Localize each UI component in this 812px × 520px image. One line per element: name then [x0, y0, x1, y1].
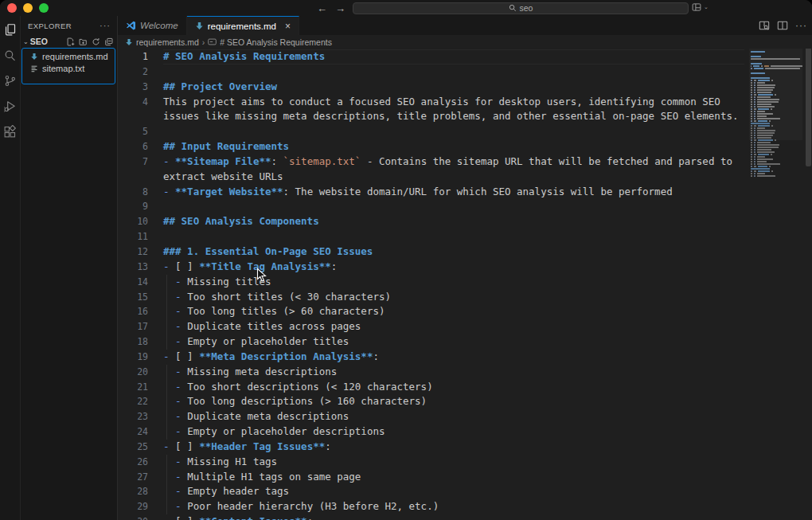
code-row[interactable]: 10## SEO Analysis Components	[118, 214, 744, 229]
code-row[interactable]: 4This project aims to conduct a focused …	[118, 95, 744, 125]
code-row[interactable]: 9	[118, 199, 744, 214]
line-number[interactable]: 19	[118, 350, 148, 365]
code-row[interactable]: 3## Project Overview	[118, 80, 744, 95]
search-sidebar-icon[interactable]	[3, 49, 17, 62]
line-number[interactable]: 8	[118, 185, 148, 200]
more-actions-icon[interactable]: ···	[795, 20, 807, 31]
line-number[interactable]: 26	[118, 455, 148, 470]
breadcrumb-file[interactable]: requirements.md	[136, 37, 199, 47]
code-line[interactable]: ## Input Requirements	[163, 139, 744, 154]
code-line[interactable]: ## SEO Analysis Components	[163, 214, 744, 229]
code-line[interactable]: - Too long titles (> 60 characters)	[163, 304, 744, 319]
line-number[interactable]: 7	[118, 154, 148, 185]
line-number[interactable]: 25	[118, 440, 148, 455]
minimap[interactable]	[749, 49, 802, 178]
code-line[interactable]: - Empty or placeholder descriptions	[163, 424, 744, 440]
line-number[interactable]: 28	[118, 484, 148, 499]
code-line[interactable]: - Missing H1 tags	[163, 455, 744, 470]
line-number[interactable]: 3	[118, 80, 148, 95]
line-number[interactable]: 20	[118, 365, 148, 380]
line-number[interactable]: 18	[118, 334, 148, 350]
folder-section-header[interactable]: ⌄ SEO	[21, 35, 117, 48]
line-number[interactable]: 1	[118, 49, 148, 65]
line-number[interactable]: 12	[118, 244, 148, 260]
code-line[interactable]: # SEO Analysis Requirements	[163, 49, 744, 65]
code-line[interactable]: ### 1. Essential On-Page SEO Issues	[163, 244, 744, 260]
tab-welcome[interactable]: Welcome	[118, 16, 187, 35]
minimize-window-button[interactable]	[23, 3, 33, 13]
code-row[interactable]: 23 - Duplicate meta descriptions	[118, 409, 744, 424]
breadcrumb-symbol[interactable]: # SEO Analysis Requirements	[220, 37, 332, 47]
code-row[interactable]: 19- [ ] **Meta Description Analysis**:	[118, 350, 744, 365]
refresh-icon[interactable]	[92, 37, 100, 46]
line-number[interactable]: 27	[118, 470, 148, 485]
close-tab-icon[interactable]: ×	[285, 21, 291, 32]
line-number[interactable]: 24	[118, 424, 148, 440]
code-line[interactable]: - Poor header hierarchy (H3 before H2, e…	[163, 499, 744, 514]
line-number[interactable]: 30	[118, 514, 148, 520]
code-row[interactable]: 13- [ ] **Title Tag Analysis**:	[118, 260, 744, 275]
code-line[interactable]: - **Target Website**: The website domain…	[163, 185, 744, 200]
code-row[interactable]: 6## Input Requirements	[118, 139, 744, 154]
code-row[interactable]: 12### 1. Essential On-Page SEO Issues	[118, 244, 744, 260]
code-line[interactable]: - [ ] **Content Issues**:	[163, 514, 744, 520]
run-debug-icon[interactable]	[3, 100, 17, 113]
collapse-all-icon[interactable]	[104, 37, 113, 46]
code-line[interactable]: ## Project Overview	[163, 80, 744, 95]
line-number[interactable]: 9	[118, 199, 148, 214]
code-row[interactable]: 26 - Missing H1 tags	[118, 455, 744, 470]
code-row[interactable]: 27 - Multiple H1 tags on same page	[118, 470, 744, 485]
code-row[interactable]: 25- [ ] **Header Tag Issues**:	[118, 440, 744, 455]
code-line[interactable]: - [ ] **Meta Description Analysis**:	[163, 350, 744, 365]
split-editor-icon[interactable]	[777, 20, 788, 31]
line-number[interactable]: 5	[118, 124, 148, 139]
nav-forward-icon[interactable]: →	[335, 2, 345, 14]
code-line[interactable]: - Too short descriptions (< 120 characte…	[163, 380, 744, 395]
tab-requirements-md[interactable]: requirements.md ×	[187, 16, 299, 35]
code-line[interactable]	[163, 199, 744, 214]
open-preview-icon[interactable]	[759, 20, 770, 31]
code-row[interactable]: 8- **Target Website**: The website domai…	[118, 185, 744, 200]
code-line[interactable]	[163, 65, 744, 80]
code-line[interactable]: This project aims to conduct a focused S…	[163, 95, 744, 125]
line-number[interactable]: 11	[118, 229, 148, 244]
line-number[interactable]: 16	[118, 304, 148, 319]
code-row[interactable]: 5	[118, 124, 744, 139]
line-number[interactable]: 23	[118, 409, 148, 424]
code-row[interactable]: 28 - Empty header tags	[118, 484, 744, 499]
explorer-more-actions-button[interactable]: ···	[100, 21, 111, 30]
code-row[interactable]: 15 - Too short titles (< 30 characters)	[118, 290, 744, 305]
code-line[interactable]: - [ ] **Title Tag Analysis**:	[163, 260, 744, 275]
line-number[interactable]: 6	[118, 139, 148, 154]
code-row[interactable]: 11	[118, 229, 744, 244]
code-row[interactable]: 2	[118, 65, 744, 80]
nav-back-icon[interactable]: ←	[317, 2, 327, 14]
code-row[interactable]: 17 - Duplicate titles across pages	[118, 319, 744, 334]
files-icon[interactable]	[3, 23, 17, 37]
code-line[interactable]: - Duplicate titles across pages	[163, 319, 744, 334]
code-row[interactable]: 7- **Sitemap File**: `sitemap.txt` - Con…	[118, 154, 744, 185]
vertical-scrollbar[interactable]	[806, 49, 811, 166]
line-number[interactable]: 29	[118, 499, 148, 514]
new-file-icon[interactable]	[66, 37, 75, 46]
code-row[interactable]: 24 - Empty or placeholder descriptions	[118, 424, 744, 440]
new-folder-icon[interactable]	[79, 37, 88, 46]
code-row[interactable]: 20 - Missing meta descriptions	[118, 365, 744, 380]
code-line[interactable]: - **Sitemap File**: `sitemap.txt` - Cont…	[163, 154, 744, 185]
code-line[interactable]: - Duplicate meta descriptions	[163, 409, 744, 424]
code-row[interactable]: 30- [ ] **Content Issues**:	[118, 514, 744, 520]
code-line[interactable]	[163, 124, 744, 139]
code-row[interactable]: 21 - Too short descriptions (< 120 chara…	[118, 380, 744, 395]
line-number[interactable]: 2	[118, 65, 148, 80]
code-row[interactable]: 16 - Too long titles (> 60 characters)	[118, 304, 744, 319]
code-line[interactable]: - Empty header tags	[163, 484, 744, 499]
customize-layout-button[interactable]: ⌄	[692, 2, 709, 12]
code-line[interactable]: - Empty or placeholder titles	[163, 334, 744, 350]
line-number[interactable]: 15	[118, 290, 148, 305]
code-row[interactable]: 14 - Missing titles	[118, 275, 744, 290]
code-line[interactable]: - Too long descriptions (> 160 character…	[163, 394, 744, 409]
code-line[interactable]: - [ ] **Header Tag Issues**:	[163, 440, 744, 455]
editor-content[interactable]: 1# SEO Analysis Requirements23## Project…	[118, 49, 812, 520]
code-line[interactable]	[163, 229, 744, 244]
line-number[interactable]: 14	[118, 275, 148, 290]
